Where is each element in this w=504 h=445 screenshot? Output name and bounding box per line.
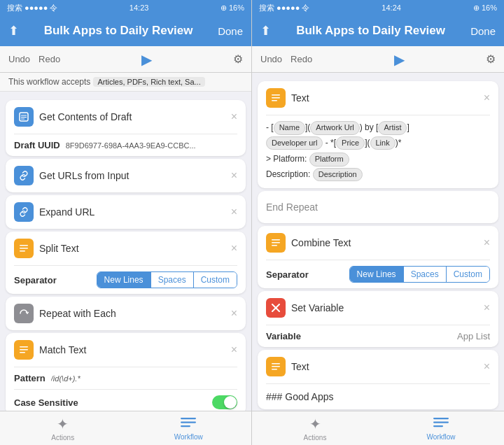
token-name: Name [274, 121, 305, 135]
left-get-urls-icon [14, 166, 34, 185]
left-toolbar: Undo Redo ▶ ⚙ [0, 46, 251, 73]
right-workflow-label: Workflow [427, 433, 456, 441]
token-description: Description [313, 168, 363, 182]
right-text-close[interactable]: × [484, 92, 490, 104]
left-expand-url-title: Expand URL [39, 206, 94, 218]
left-get-urls-header: Get URLs from Input × [6, 159, 246, 192]
right-status-right: ⊕ 16% [473, 3, 497, 13]
right-share-icon[interactable]: ⬆ [260, 23, 271, 38]
svg-rect-4 [20, 245, 28, 246]
right-combine-close[interactable]: × [484, 236, 490, 249]
right-combine-header: Combine Text × [258, 226, 498, 260]
right-text-line4: Description: Description [266, 168, 490, 182]
left-case-toggle[interactable] [212, 395, 237, 409]
token-link: Link [370, 136, 396, 150]
left-play-button[interactable]: ▶ [141, 51, 152, 68]
right-set-var-close[interactable]: × [484, 302, 490, 314]
right-good-apps-content: ### Good Apps [258, 384, 498, 409]
right-separator-segmented[interactable]: New Lines Spaces Custom [349, 266, 490, 283]
left-split-text-title: Split Text [39, 243, 79, 254]
svg-rect-16 [272, 239, 280, 241]
right-seg-custom[interactable]: Custom [447, 267, 489, 282]
left-match-text-icon [14, 340, 34, 360]
left-card-repeat: Repeat with Each × [6, 297, 246, 330]
left-card-expand-url: Expand URL × [6, 195, 246, 229]
right-seg-spaces[interactable]: Spaces [404, 267, 446, 282]
right-play-button[interactable]: ▶ [394, 51, 405, 68]
left-card-match-text: Match Text × Pattern /id(\d+).* Case Sen… [6, 333, 246, 411]
right-toolbar-left: Undo Redo [260, 54, 312, 64]
svg-rect-11 [181, 422, 196, 423]
left-split-text-icon [14, 239, 34, 258]
left-separator-label: Separator [14, 275, 57, 285]
right-tab-workflow[interactable]: Workflow [378, 411, 504, 445]
left-match-text-close[interactable]: × [231, 344, 237, 356]
left-seg-spaces[interactable]: Spaces [151, 272, 193, 288]
right-header-title: Bulk Apps to Daily Review [296, 24, 445, 38]
left-get-urls-close[interactable]: × [231, 169, 237, 182]
left-get-contents-icon [14, 107, 34, 127]
left-expand-url-close[interactable]: × [231, 206, 237, 218]
left-expand-url-icon [14, 202, 34, 222]
left-match-text-header: Match Text × [6, 333, 246, 367]
right-set-var-title: Set Variable [291, 302, 344, 313]
left-undo-button[interactable]: Undo [8, 54, 30, 64]
left-expand-url-header: Expand URL × [6, 195, 246, 229]
svg-rect-7 [20, 346, 28, 348]
right-card-text: Text × - [Name](Artwork Url) by [Artist]… [258, 81, 498, 188]
right-combine-icon [266, 233, 286, 253]
right-end-repeat-title: End Repeat [266, 202, 318, 213]
right-text-line1: - [Name](Artwork Url) by [Artist] [266, 121, 490, 135]
right-tab-actions[interactable]: ✦ Actions [252, 411, 378, 445]
right-content: Text × - [Name](Artwork Url) by [Artist]… [252, 73, 504, 411]
left-tab-bar: ✦ Actions Workflow [0, 411, 251, 445]
right-workflow-icon [433, 416, 449, 432]
left-card-get-urls: Get URLs from Input × [6, 159, 246, 192]
right-seg-newlines[interactable]: New Lines [350, 267, 403, 282]
token-developer-url: Developer url [266, 136, 323, 150]
left-tab-actions[interactable]: ✦ Actions [0, 411, 126, 445]
left-content: Get Contents of Draft × Draft UUID 8F9D6… [0, 92, 251, 411]
left-redo-button[interactable]: Redo [38, 54, 60, 64]
left-share-icon[interactable]: ⬆ [8, 23, 19, 38]
right-redo-button[interactable]: Redo [290, 54, 312, 64]
token-platform: Platform [309, 153, 349, 167]
right-card-set-variable: Set Variable × Variable App List [258, 291, 498, 347]
right-good-apps-close[interactable]: × [484, 360, 490, 373]
right-undo-button[interactable]: Undo [260, 54, 282, 64]
right-tab-bar: ✦ Actions Workflow [252, 411, 504, 445]
left-get-contents-close[interactable]: × [231, 111, 237, 123]
right-card-end-repeat: End Repeat [258, 191, 498, 223]
left-card-get-contents-header: Get Contents of Draft × [6, 100, 246, 134]
right-set-var-header: Set Variable × [258, 291, 498, 325]
right-done-button[interactable]: Done [470, 25, 496, 37]
right-combine-separator-label: Separator [266, 269, 309, 280]
left-seg-newlines[interactable]: New Lines [97, 272, 150, 288]
left-split-text-header: Split Text × [6, 232, 246, 265]
left-repeat-header: Repeat with Each × [6, 297, 246, 330]
right-variable-label: Variable [266, 331, 301, 341]
right-toolbar: Undo Redo ▶ ⚙ [252, 46, 504, 73]
left-pattern-label: Pattern [14, 373, 46, 383]
left-repeat-title: Repeat with Each [39, 308, 116, 319]
left-card-split-text: Split Text × Separator New Lines Spaces … [6, 232, 246, 294]
left-gear-icon[interactable]: ⚙ [233, 52, 243, 66]
left-split-text-close[interactable]: × [231, 242, 237, 255]
right-panel: 搜索 ●●●●● 令 14:24 ⊕ 16% ⬆ Bulk Apps to Da… [252, 0, 504, 445]
left-seg-custom[interactable]: Custom [194, 272, 237, 288]
left-status-left: 搜索 ●●●●● 令 [7, 3, 57, 13]
left-tab-workflow[interactable]: Workflow [126, 411, 252, 445]
left-get-urls-title: Get URLs from Input [39, 170, 129, 181]
left-separator-segmented[interactable]: New Lines Spaces Custom [97, 271, 237, 288]
right-set-var-icon [266, 298, 286, 318]
left-done-button[interactable]: Done [218, 25, 243, 37]
left-case-label: Case Sensitive [14, 397, 78, 408]
right-gear-icon[interactable]: ⚙ [486, 52, 496, 66]
svg-rect-21 [272, 363, 280, 365]
right-combine-title: Combine Text [291, 237, 351, 248]
left-repeat-icon [14, 304, 34, 323]
left-draft-uuid-label: Draft UUID [14, 140, 60, 150]
right-text-icon [266, 88, 286, 108]
left-accept-tag: Articles, PDFs, Rich text, Sa... [93, 77, 204, 87]
left-repeat-close[interactable]: × [231, 307, 237, 320]
